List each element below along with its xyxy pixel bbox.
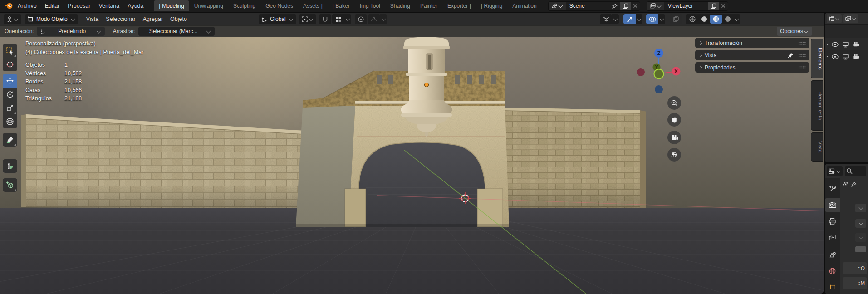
outliner-row[interactable] [825, 38, 868, 50]
sidebar-tab-vista[interactable]: Vista [811, 132, 823, 162]
menu-archivo[interactable]: Archivo [14, 1, 41, 11]
tool-move[interactable] [3, 74, 17, 88]
pin-icon[interactable] [787, 52, 794, 59]
camera-icon[interactable] [853, 41, 860, 48]
eye-icon[interactable] [831, 54, 839, 60]
menu-seleccionar[interactable]: Seleccionar [102, 14, 139, 24]
gizmos-dropdown[interactable] [636, 14, 642, 24]
drag-grip-icon[interactable] [798, 41, 806, 45]
orientation-preset-dropdown[interactable]: Predefinido [37, 27, 105, 36]
scene-icon[interactable] [842, 181, 848, 187]
tab-unwrapping[interactable]: Unwrapping [189, 0, 228, 11]
tool-measure[interactable] [3, 159, 17, 173]
gizmo-axis-neg-z[interactable] [655, 85, 663, 93]
tab-shading[interactable]: Shading [385, 0, 415, 11]
drag-grip-icon[interactable] [798, 53, 806, 57]
panel-propiedades[interactable]: Propiedades [695, 62, 809, 73]
properties-tab-object[interactable] [825, 281, 840, 294]
outliner-row[interactable] [825, 50, 868, 63]
mode-dropdown[interactable]: Modo Objeto [25, 14, 78, 24]
show-gizmos-toggle[interactable] [623, 14, 636, 24]
proportional-falloff-icon[interactable] [368, 14, 380, 24]
properties-button-clipped[interactable]: ::O [843, 262, 867, 274]
tab-painter[interactable]: Painter [415, 0, 442, 11]
tool-rotate[interactable] [3, 88, 17, 101]
properties-tab-output[interactable] [825, 215, 840, 228]
object-origin-dot[interactable] [425, 83, 429, 87]
scene-duplicate-button[interactable] [620, 2, 631, 10]
tab-modeling[interactable]: [ Modeling [154, 0, 189, 11]
menu-ayuda[interactable]: Ayuda [123, 1, 147, 11]
show-overlays-toggle[interactable] [646, 14, 658, 24]
object-visibility-dropdown[interactable] [600, 14, 612, 24]
shading-rendered-button[interactable] [722, 15, 734, 24]
view-layer-browse-button[interactable] [647, 2, 664, 10]
outliner-editor-type-button[interactable] [827, 14, 842, 23]
shading-solid-button[interactable] [698, 15, 710, 24]
tab-exporter[interactable]: Exporter ] [442, 0, 476, 11]
scene-name[interactable]: Scene [566, 3, 609, 9]
properties-search-field[interactable] [845, 166, 866, 176]
tab-img-tool[interactable]: Img Tool [355, 0, 385, 11]
blender-logo-icon[interactable] [4, 2, 14, 10]
properties-button-clipped[interactable]: ::M [843, 277, 867, 289]
tool-cursor[interactable] [3, 58, 17, 71]
tool-annotate[interactable] [3, 133, 17, 147]
options-dropdown[interactable]: Opciones [777, 27, 812, 36]
menu-procesar[interactable]: Procesar [64, 1, 94, 11]
properties-tab-render[interactable] [825, 198, 840, 211]
snap-toggle[interactable] [319, 14, 331, 24]
proportional-dropdown[interactable] [380, 14, 387, 24]
snap-target-button[interactable] [332, 14, 344, 24]
tool-transform[interactable] [3, 115, 17, 128]
property-dropdown-clipped[interactable] [855, 233, 866, 242]
camera-icon[interactable] [853, 54, 860, 60]
object-visibility-chevron[interactable] [612, 14, 619, 24]
drag-action-dropdown[interactable]: Seleccionar (Marc... [138, 27, 215, 36]
menu-editar[interactable]: Editar [41, 1, 64, 11]
view-layer-unlink-button[interactable] [719, 2, 728, 10]
tab-baker[interactable]: [ Baker [328, 0, 355, 11]
transform-orientation-dropdown[interactable]: Global [259, 14, 296, 24]
menu-vista[interactable]: Vista [83, 14, 103, 24]
panel-transformacion[interactable]: Transformación [695, 38, 809, 48]
tab-sculpting[interactable]: Sculpting [228, 0, 260, 11]
view-layer-duplicate-button[interactable] [708, 2, 719, 10]
navigation-gizmo[interactable]: Y Z X [633, 44, 684, 98]
tab-assets[interactable]: Assets ] [298, 0, 328, 11]
sidebar-tab-herramienta[interactable]: Herramienta [811, 80, 823, 131]
tab-geo-nodes[interactable]: Geo Nodes [260, 0, 298, 11]
shading-dropdown[interactable] [735, 16, 739, 21]
eye-icon[interactable] [831, 41, 839, 48]
toggle-xray-button[interactable] [670, 14, 682, 24]
tool-scale[interactable] [3, 101, 17, 115]
menu-ventana[interactable]: Ventana [94, 1, 123, 11]
panel-vista[interactable]: Vista [695, 50, 809, 60]
snap-dropdown[interactable] [344, 14, 351, 24]
zoom-button[interactable] [667, 96, 681, 110]
drag-grip-icon[interactable] [798, 65, 806, 69]
outliner-filter-button[interactable] [843, 14, 858, 23]
pivot-point-dropdown[interactable] [299, 14, 316, 24]
view-layer-name[interactable]: ViewLayer [664, 3, 708, 9]
gizmo-axis-neg-y[interactable] [654, 69, 664, 79]
proportional-editing-toggle[interactable] [355, 14, 367, 24]
shading-material-button[interactable] [710, 15, 722, 24]
pin-icon[interactable] [851, 181, 857, 187]
scene-unlink-button[interactable] [631, 2, 640, 10]
pan-hand-button[interactable] [667, 113, 681, 127]
menu-objeto[interactable]: Objeto [167, 14, 191, 24]
overlays-dropdown[interactable] [658, 14, 665, 24]
screen-icon[interactable] [842, 41, 849, 48]
tab-rigging[interactable]: [ Rigging [476, 0, 507, 11]
editor-type-button[interactable] [4, 14, 21, 24]
menu-agregar[interactable]: Agregar [139, 14, 167, 24]
scene-browse-button[interactable] [549, 2, 566, 10]
scene-pin-button[interactable] [609, 2, 620, 10]
properties-tab-view-layer[interactable] [825, 231, 840, 245]
gizmo-axis-neg-x[interactable] [637, 68, 645, 76]
screen-icon[interactable] [842, 54, 849, 60]
tab-animation[interactable]: Animation [507, 0, 541, 11]
properties-tab-world[interactable] [825, 264, 840, 277]
property-dropdown-clipped[interactable] [855, 219, 866, 228]
